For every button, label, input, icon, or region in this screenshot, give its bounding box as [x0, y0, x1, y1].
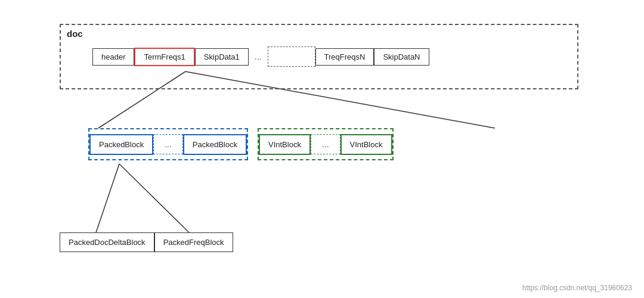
watermark: https://blog.csdn.net/qq_31960623 [522, 284, 632, 292]
cell-packeddeltablock: PackedDocDeltaBlock [60, 232, 154, 252]
cell-ellipsis-green: ... [311, 134, 340, 154]
cell-skipdata1: SkipData1 [195, 48, 249, 66]
cell-dashed-spacer [268, 46, 315, 67]
doc-label: doc [67, 29, 83, 39]
cell-vintblock2: VIntBlock [340, 134, 392, 155]
cell-packedfreqblock: PackedFreqBlock [154, 232, 233, 252]
svg-line-3 [119, 164, 191, 234]
cell-packedblock2: PackedBlock [183, 134, 247, 155]
row3-wrapper: PackedDocDeltaBlock PackedFreqBlock [60, 232, 233, 252]
cell-header: header [92, 48, 134, 66]
cell-ellipsis-blue: ... [153, 134, 183, 154]
cell-treqfreqsn: TreqFreqsN [315, 48, 374, 66]
cell-skipdatan: SkipDataN [374, 48, 429, 66]
cell-termfreqs1: TermFreqs1 [134, 48, 194, 66]
diagram-container: doc header TermFreqs1 SkipData1 ... Treq… [0, 0, 644, 298]
cell-vintblock1: VIntBlock [259, 134, 311, 155]
blue-dashed-container: PackedBlock ... PackedBlock [88, 128, 248, 160]
cell-ellipsis1: ... [249, 48, 268, 65]
cell-packedblock1: PackedBlock [89, 134, 153, 155]
row2-wrapper: PackedBlock ... PackedBlock VIntBlock ..… [88, 128, 394, 160]
row1-cells: header TermFreqs1 SkipData1 ... TreqFreq… [92, 46, 429, 67]
svg-line-2 [95, 164, 119, 234]
green-dashed-container: VIntBlock ... VIntBlock [258, 128, 394, 160]
